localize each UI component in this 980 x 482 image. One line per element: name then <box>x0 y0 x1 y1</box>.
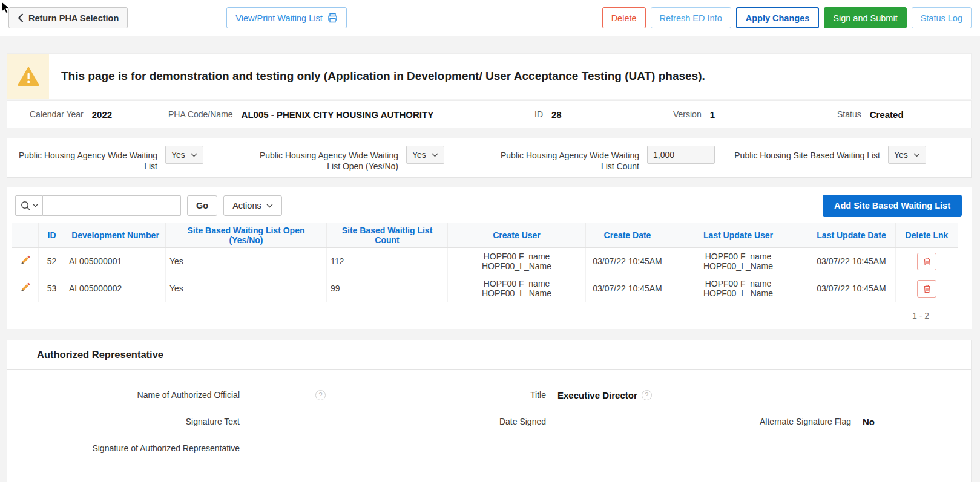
column-header-last-update-date[interactable]: Last Update Date <box>807 223 896 248</box>
apply-changes-button[interactable]: Apply Changes <box>736 7 820 28</box>
cell-last-update-date: 03/07/22 10:45AM <box>807 275 896 302</box>
cell-id: 53 <box>39 275 65 302</box>
version-field: Version 1 <box>657 109 821 120</box>
refresh-ed-info-button[interactable]: Refresh ED Info <box>651 7 731 28</box>
pha-code-name-value: AL005 - PHENIX CITY HOUSING AUTHORITY <box>242 109 434 120</box>
warning-triangle-icon <box>18 67 39 86</box>
actions-menu-button[interactable]: Actions <box>223 195 282 216</box>
agency-wide-count-field: Public Housing Agency Wide Waiting List … <box>489 146 730 177</box>
warning-icon-strip <box>7 54 49 99</box>
report-search-input[interactable] <box>43 195 181 216</box>
authorized-representative-panel: Authorized Representative Name of Author… <box>7 340 972 482</box>
report-pagination: 1 - 2 <box>12 302 967 329</box>
agency-wide-open-select-value: Yes <box>412 150 426 160</box>
status-log-button[interactable]: Status Log <box>912 7 972 28</box>
column-header-create-user[interactable]: Create User <box>448 223 586 248</box>
search-options-button[interactable] <box>15 195 43 216</box>
view-print-label: View/Print Waiting List <box>235 13 322 23</box>
table-row: 52 AL005000001 Yes 112 HOPF00 F_name HOP… <box>12 248 958 275</box>
id-value: 28 <box>551 109 562 120</box>
table-row: 53 AL005000002 Yes 99 HOPF00 F_name HOPF… <box>12 275 958 302</box>
trash-icon <box>923 257 931 266</box>
toolbar-action-group: Delete Refresh ED Info Apply Changes Sig… <box>602 7 972 28</box>
mouse-cursor <box>1 1 11 15</box>
chevron-down-icon <box>191 153 197 157</box>
chevron-down-icon <box>33 204 38 207</box>
agency-wide-open-label: Public Housing Agency Wide Waiting List … <box>248 146 398 172</box>
pha-code-name-label: PHA Code/Name <box>168 109 233 119</box>
go-button[interactable]: Go <box>187 195 217 216</box>
table-header-row: ID Development Number Site Based Waiting… <box>12 223 958 248</box>
column-header-id[interactable]: ID <box>39 223 65 248</box>
site-based-waiting-list-select[interactable]: Yes <box>888 146 926 164</box>
delete-button[interactable]: Delete <box>602 7 646 28</box>
agency-wide-count-input[interactable] <box>647 146 715 164</box>
agency-wide-waiting-list-label: Public Housing Agency Wide Waiting List <box>7 146 157 172</box>
pencil-edit-icon <box>20 282 30 293</box>
column-header-create-date[interactable]: Create Date <box>586 223 669 248</box>
authorized-representative-body: Name of Authorized Official ? Title Exec… <box>7 370 971 461</box>
help-icon[interactable]: ? <box>315 390 326 400</box>
version-label: Version <box>673 109 702 119</box>
date-signed-field: Date Signed <box>340 417 679 426</box>
search-icon <box>21 201 31 211</box>
status-label: Status <box>837 109 861 119</box>
calendar-year-label: Calendar Year <box>30 109 84 119</box>
cell-id: 52 <box>39 248 65 275</box>
cell-development-number: AL005000001 <box>65 248 166 275</box>
title-value: Executive Director <box>557 390 637 400</box>
calendar-year-value: 2022 <box>92 109 112 120</box>
top-toolbar: Return PHA Selection View/Print Waiting … <box>0 0 980 36</box>
name-of-authorized-official-label: Name of Authorized Official <box>7 390 240 400</box>
column-header-open[interactable]: Site Based Waiting List Open (Yes/No) <box>166 223 327 248</box>
column-header-delete-lnk[interactable]: Delete Lnk <box>896 223 958 248</box>
edit-row-button[interactable] <box>20 255 30 265</box>
cell-development-number: AL005000002 <box>65 275 166 302</box>
cell-count: 99 <box>327 275 448 302</box>
help-icon[interactable]: ? <box>642 390 652 400</box>
pha-info-bar: Calendar Year 2022 PHA Code/Name AL005 -… <box>7 100 972 128</box>
alternate-signature-flag-field: Alternate Signature Flag No <box>679 417 971 427</box>
pha-code-name-field: PHA Code/Name AL005 - PHENIX CITY HOUSIN… <box>153 109 519 120</box>
demo-warning-text: This page is for demonstration and testi… <box>49 54 705 99</box>
report-toolbar: Go Actions Add Site Based Waiting List <box>12 192 967 223</box>
agency-wide-waiting-list-select-value: Yes <box>171 150 185 160</box>
agency-wide-waiting-list-select[interactable]: Yes <box>165 146 203 164</box>
pencil-edit-icon <box>20 255 30 265</box>
return-pha-selection-button[interactable]: Return PHA Selection <box>8 7 128 28</box>
agency-wide-open-select[interactable]: Yes <box>406 146 444 164</box>
chevron-left-icon <box>18 13 24 22</box>
column-header-count[interactable]: Site Based Waitlig List Count <box>327 223 448 248</box>
date-signed-label: Date Signed <box>340 417 546 426</box>
column-header-last-update-user[interactable]: Last Update User <box>669 223 807 248</box>
alternate-signature-flag-value: No <box>863 417 875 427</box>
column-header-development-number[interactable]: Development Number <box>65 223 166 248</box>
delete-row-button[interactable] <box>917 280 936 298</box>
cell-open: Yes <box>166 248 327 275</box>
title-field: Title Executive Director ? <box>340 390 679 400</box>
edit-row-button[interactable] <box>20 282 30 293</box>
title-label: Title <box>340 390 546 400</box>
actions-label: Actions <box>232 201 261 210</box>
cell-last-update-date: 03/07/22 10:45AM <box>807 248 896 275</box>
cell-count: 112 <box>327 248 448 275</box>
pagination-range: 1 - 2 <box>912 311 929 321</box>
site-based-waiting-list-select-value: Yes <box>894 150 908 160</box>
calendar-year-field: Calendar Year 2022 <box>7 109 153 120</box>
sign-and-submit-button[interactable]: Sign and Submit <box>824 7 906 28</box>
add-site-based-waiting-list-button[interactable]: Add Site Based Waiting List <box>823 195 962 217</box>
agency-wide-waiting-list-field: Public Housing Agency Wide Waiting List … <box>7 146 248 177</box>
printer-icon <box>327 13 338 23</box>
return-pha-selection-label: Return PHA Selection <box>28 13 119 23</box>
view-print-waiting-list-button[interactable]: View/Print Waiting List <box>226 7 346 28</box>
authorized-representative-title: Authorized Representative <box>7 340 971 370</box>
delete-row-button[interactable] <box>917 253 936 270</box>
trash-icon <box>923 284 931 293</box>
cell-open: Yes <box>166 275 327 302</box>
cell-last-update-user: HOPF00 F_name HOPF00_L_Name <box>669 275 807 302</box>
id-field: ID 28 <box>519 109 657 120</box>
site-based-waiting-list-label: Public Housing Site Based Waiting List <box>730 146 880 161</box>
edit-column-header <box>12 223 39 248</box>
cell-create-user: HOPF00 F_name HOPF00_L_Name <box>448 275 586 302</box>
name-of-authorized-official-field: Name of Authorized Official ? <box>7 390 340 400</box>
